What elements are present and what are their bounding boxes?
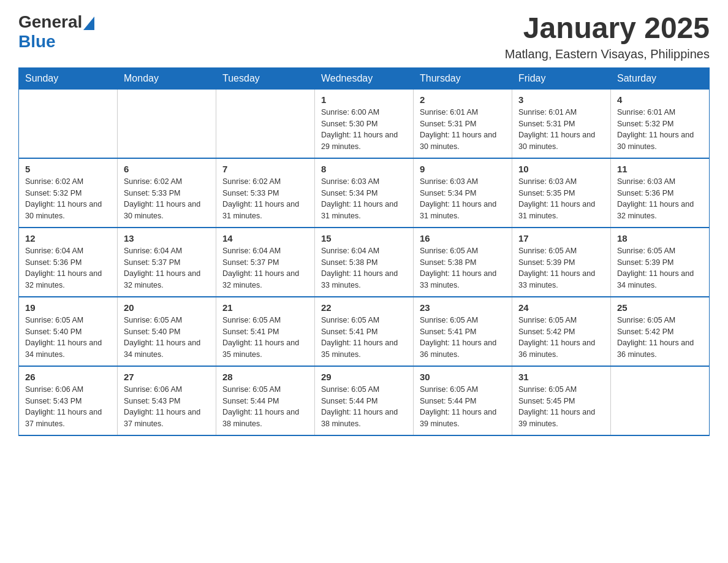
calendar-cell: 8Sunrise: 6:03 AM Sunset: 5:34 PM Daylig… xyxy=(315,158,414,228)
day-number: 7 xyxy=(222,164,308,174)
day-info: Sunrise: 6:05 AM Sunset: 5:40 PM Dayligh… xyxy=(25,315,111,361)
day-number: 22 xyxy=(321,302,407,313)
calendar-cell: 18Sunrise: 6:05 AM Sunset: 5:39 PM Dayli… xyxy=(611,228,710,297)
day-number: 28 xyxy=(222,372,308,382)
calendar-cell: 14Sunrise: 6:04 AM Sunset: 5:37 PM Dayli… xyxy=(216,228,315,297)
day-info: Sunrise: 6:05 AM Sunset: 5:44 PM Dayligh… xyxy=(321,384,407,430)
day-number: 21 xyxy=(222,302,308,313)
calendar-week-row: 5Sunrise: 6:02 AM Sunset: 5:32 PM Daylig… xyxy=(19,158,710,228)
day-info: Sunrise: 6:05 AM Sunset: 5:38 PM Dayligh… xyxy=(420,245,506,291)
calendar-cell: 22Sunrise: 6:05 AM Sunset: 5:41 PM Dayli… xyxy=(315,297,414,366)
day-header-monday: Monday xyxy=(118,67,216,89)
logo: General Blue xyxy=(18,12,94,52)
day-number: 10 xyxy=(518,164,604,174)
day-info: Sunrise: 6:03 AM Sunset: 5:35 PM Dayligh… xyxy=(518,176,604,222)
calendar-cell: 26Sunrise: 6:06 AM Sunset: 5:43 PM Dayli… xyxy=(19,366,118,435)
day-info: Sunrise: 6:01 AM Sunset: 5:31 PM Dayligh… xyxy=(420,107,506,153)
day-number: 24 xyxy=(518,302,604,313)
day-number: 3 xyxy=(518,94,604,105)
calendar-cell: 5Sunrise: 6:02 AM Sunset: 5:32 PM Daylig… xyxy=(19,158,118,228)
calendar-week-row: 12Sunrise: 6:04 AM Sunset: 5:36 PM Dayli… xyxy=(19,228,710,297)
calendar-cell: 15Sunrise: 6:04 AM Sunset: 5:38 PM Dayli… xyxy=(315,228,414,297)
calendar-week-row: 1Sunrise: 6:00 AM Sunset: 5:30 PM Daylig… xyxy=(19,89,710,158)
calendar-cell: 24Sunrise: 6:05 AM Sunset: 5:42 PM Dayli… xyxy=(512,297,611,366)
calendar-body: 1Sunrise: 6:00 AM Sunset: 5:30 PM Daylig… xyxy=(19,89,710,435)
day-info: Sunrise: 6:02 AM Sunset: 5:33 PM Dayligh… xyxy=(222,176,308,222)
day-header-sunday: Sunday xyxy=(19,67,118,89)
day-number: 31 xyxy=(518,372,604,382)
page-subtitle: Matlang, Eastern Visayas, Philippines xyxy=(505,47,710,61)
calendar-cell: 11Sunrise: 6:03 AM Sunset: 5:36 PM Dayli… xyxy=(611,158,710,228)
day-info: Sunrise: 6:05 AM Sunset: 5:40 PM Dayligh… xyxy=(124,315,210,361)
day-info: Sunrise: 6:04 AM Sunset: 5:37 PM Dayligh… xyxy=(124,245,210,291)
day-info: Sunrise: 6:03 AM Sunset: 5:36 PM Dayligh… xyxy=(617,176,703,222)
day-header-tuesday: Tuesday xyxy=(216,67,315,89)
day-number: 8 xyxy=(321,164,407,174)
calendar-cell: 4Sunrise: 6:01 AM Sunset: 5:32 PM Daylig… xyxy=(611,89,710,158)
day-number: 29 xyxy=(321,372,407,382)
calendar-cell: 6Sunrise: 6:02 AM Sunset: 5:33 PM Daylig… xyxy=(118,158,216,228)
page-header: General Blue January 2025 Matlang, Easte… xyxy=(18,12,710,61)
calendar-cell: 16Sunrise: 6:05 AM Sunset: 5:38 PM Dayli… xyxy=(414,228,512,297)
calendar-cell: 27Sunrise: 6:06 AM Sunset: 5:43 PM Dayli… xyxy=(118,366,216,435)
calendar-cell: 3Sunrise: 6:01 AM Sunset: 5:31 PM Daylig… xyxy=(512,89,611,158)
day-number: 6 xyxy=(124,164,210,174)
day-header-saturday: Saturday xyxy=(611,67,710,89)
calendar-cell: 12Sunrise: 6:04 AM Sunset: 5:36 PM Dayli… xyxy=(19,228,118,297)
day-number: 30 xyxy=(420,372,506,382)
calendar-cell: 21Sunrise: 6:05 AM Sunset: 5:41 PM Dayli… xyxy=(216,297,315,366)
day-info: Sunrise: 6:06 AM Sunset: 5:43 PM Dayligh… xyxy=(124,384,210,430)
day-number: 9 xyxy=(420,164,506,174)
page-title: January 2025 xyxy=(505,12,710,45)
day-header-wednesday: Wednesday xyxy=(315,67,414,89)
day-number: 17 xyxy=(518,233,604,243)
day-number: 25 xyxy=(617,302,703,313)
calendar-cell: 17Sunrise: 6:05 AM Sunset: 5:39 PM Dayli… xyxy=(512,228,611,297)
day-info: Sunrise: 6:04 AM Sunset: 5:37 PM Dayligh… xyxy=(222,245,308,291)
calendar-cell: 30Sunrise: 6:05 AM Sunset: 5:44 PM Dayli… xyxy=(414,366,512,435)
day-number: 4 xyxy=(617,94,703,105)
day-info: Sunrise: 6:02 AM Sunset: 5:33 PM Dayligh… xyxy=(124,176,210,222)
calendar-header: SundayMondayTuesdayWednesdayThursdayFrid… xyxy=(19,67,710,89)
calendar-cell: 9Sunrise: 6:03 AM Sunset: 5:34 PM Daylig… xyxy=(414,158,512,228)
day-info: Sunrise: 6:04 AM Sunset: 5:36 PM Dayligh… xyxy=(25,245,111,291)
day-info: Sunrise: 6:05 AM Sunset: 5:42 PM Dayligh… xyxy=(518,315,604,361)
day-number: 19 xyxy=(25,302,111,313)
day-info: Sunrise: 6:05 AM Sunset: 5:41 PM Dayligh… xyxy=(420,315,506,361)
day-info: Sunrise: 6:05 AM Sunset: 5:44 PM Dayligh… xyxy=(222,384,308,430)
calendar-cell: 10Sunrise: 6:03 AM Sunset: 5:35 PM Dayli… xyxy=(512,158,611,228)
calendar-cell: 13Sunrise: 6:04 AM Sunset: 5:37 PM Dayli… xyxy=(118,228,216,297)
day-number: 23 xyxy=(420,302,506,313)
day-number: 27 xyxy=(124,372,210,382)
day-number: 15 xyxy=(321,233,407,243)
calendar-cell: 19Sunrise: 6:05 AM Sunset: 5:40 PM Dayli… xyxy=(19,297,118,366)
day-info: Sunrise: 6:05 AM Sunset: 5:44 PM Dayligh… xyxy=(420,384,506,430)
calendar-cell: 23Sunrise: 6:05 AM Sunset: 5:41 PM Dayli… xyxy=(414,297,512,366)
calendar-week-row: 26Sunrise: 6:06 AM Sunset: 5:43 PM Dayli… xyxy=(19,366,710,435)
day-info: Sunrise: 6:05 AM Sunset: 5:39 PM Dayligh… xyxy=(617,245,703,291)
day-info: Sunrise: 6:05 AM Sunset: 5:41 PM Dayligh… xyxy=(222,315,308,361)
day-info: Sunrise: 6:03 AM Sunset: 5:34 PM Dayligh… xyxy=(321,176,407,222)
logo-triangle-icon xyxy=(83,17,94,30)
day-info: Sunrise: 6:05 AM Sunset: 5:45 PM Dayligh… xyxy=(518,384,604,430)
day-number: 1 xyxy=(321,94,407,105)
day-number: 14 xyxy=(222,233,308,243)
day-info: Sunrise: 6:01 AM Sunset: 5:31 PM Dayligh… xyxy=(518,107,604,153)
calendar-week-row: 19Sunrise: 6:05 AM Sunset: 5:40 PM Dayli… xyxy=(19,297,710,366)
calendar-cell: 7Sunrise: 6:02 AM Sunset: 5:33 PM Daylig… xyxy=(216,158,315,228)
day-info: Sunrise: 6:01 AM Sunset: 5:32 PM Dayligh… xyxy=(617,107,703,153)
day-header-thursday: Thursday xyxy=(414,67,512,89)
title-block: January 2025 Matlang, Eastern Visayas, P… xyxy=(505,12,710,61)
calendar-cell: 31Sunrise: 6:05 AM Sunset: 5:45 PM Dayli… xyxy=(512,366,611,435)
calendar-cell: 25Sunrise: 6:05 AM Sunset: 5:42 PM Dayli… xyxy=(611,297,710,366)
day-info: Sunrise: 6:05 AM Sunset: 5:41 PM Dayligh… xyxy=(321,315,407,361)
calendar-cell xyxy=(216,89,315,158)
logo-blue-text: Blue xyxy=(18,32,94,52)
day-number: 20 xyxy=(124,302,210,313)
day-info: Sunrise: 6:00 AM Sunset: 5:30 PM Dayligh… xyxy=(321,107,407,153)
calendar-cell: 2Sunrise: 6:01 AM Sunset: 5:31 PM Daylig… xyxy=(414,89,512,158)
calendar-table: SundayMondayTuesdayWednesdayThursdayFrid… xyxy=(18,67,710,436)
day-number: 5 xyxy=(25,164,111,174)
day-info: Sunrise: 6:05 AM Sunset: 5:39 PM Dayligh… xyxy=(518,245,604,291)
day-info: Sunrise: 6:04 AM Sunset: 5:38 PM Dayligh… xyxy=(321,245,407,291)
